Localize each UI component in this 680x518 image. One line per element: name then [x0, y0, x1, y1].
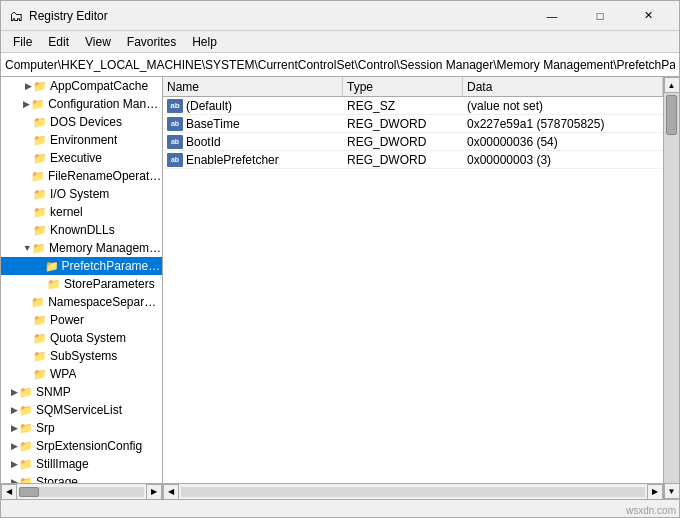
right-hscroll-track[interactable] — [181, 487, 645, 497]
folder-icon: 📁 — [33, 116, 47, 129]
cell-type: REG_DWORD — [343, 117, 463, 131]
tree-item[interactable]: ▶📁Power — [1, 311, 162, 329]
table-body: ab (Default) REG_SZ (value not set) ab B… — [163, 97, 663, 169]
tree-item-label: Power — [50, 313, 84, 327]
reg-icon-dword: ab — [167, 135, 183, 149]
table-row[interactable]: ab (Default) REG_SZ (value not set) — [163, 97, 663, 115]
tree-item[interactable]: ▶📁Quota System — [1, 329, 162, 347]
tree-item[interactable]: ▶📁WPA — [1, 365, 162, 383]
tree-item[interactable]: ▶📁Configuration Manager — [1, 95, 162, 113]
vscroll-down[interactable]: ▼ — [664, 483, 680, 499]
tree-item-label: FileRenameOperations — [48, 169, 162, 183]
right-hscroll[interactable]: ◀ ▶ — [163, 483, 663, 499]
menu-favorites[interactable]: Favorites — [119, 33, 184, 51]
tree-item[interactable]: ▶📁DOS Devices — [1, 113, 162, 131]
vscroll-track[interactable] — [664, 93, 679, 483]
address-bar[interactable]: Computer\HKEY_LOCAL_MACHINE\SYSTEM\Curre… — [1, 53, 679, 77]
tree-item-label: PrefetchParameters — [62, 259, 162, 273]
folder-icon: 📁 — [33, 206, 47, 219]
tree-item-label: StillImage — [36, 457, 89, 471]
minimize-button[interactable]: — — [529, 1, 575, 31]
tree-hscroll[interactable]: ◀ ▶ — [1, 483, 162, 499]
tree-item[interactable]: ▶📁NamespaceSeparation — [1, 293, 162, 311]
tree-item[interactable]: ▶📁KnownDLLs — [1, 221, 162, 239]
col-header-type[interactable]: Type — [343, 77, 463, 96]
folder-icon: 📁 — [19, 386, 33, 399]
vscroll[interactable]: ▲ ▼ — [663, 77, 679, 499]
cell-name: ab BootId — [163, 135, 343, 149]
folder-icon: 📁 — [32, 242, 46, 255]
folder-icon: 📁 — [33, 350, 47, 363]
tree-item-label: Storage — [36, 475, 78, 483]
tree-item-label: SNMP — [36, 385, 71, 399]
table-row[interactable]: ab EnablePrefetcher REG_DWORD 0x00000003… — [163, 151, 663, 169]
tree-hscroll-track[interactable] — [19, 487, 144, 497]
tree-item[interactable]: ▶📁Environment — [1, 131, 162, 149]
col-header-data[interactable]: Data — [463, 77, 663, 96]
expand-icon[interactable]: ▶ — [9, 459, 19, 469]
tree-item-label: SubSystems — [50, 349, 117, 363]
expand-icon[interactable]: ▶ — [22, 99, 31, 109]
status-bar — [1, 499, 679, 518]
tree-item[interactable]: ▶📁Storage — [1, 473, 162, 483]
menu-help[interactable]: Help — [184, 33, 225, 51]
folder-icon: 📁 — [33, 224, 47, 237]
close-button[interactable]: ✕ — [625, 1, 671, 31]
menu-file[interactable]: File — [5, 33, 40, 51]
tree-item[interactable]: ▶📁kernel — [1, 203, 162, 221]
cell-name-text: BaseTime — [186, 117, 240, 131]
tree-item[interactable]: ▶📁SQMServiceList — [1, 401, 162, 419]
maximize-button[interactable]: □ — [577, 1, 623, 31]
cell-name-text: BootId — [186, 135, 221, 149]
tree-hscroll-left[interactable]: ◀ — [1, 484, 17, 500]
tree-item-label: SrpExtensionConfig — [36, 439, 142, 453]
main-content: ▶📁AppCompatCache▶📁Configuration Manager▶… — [1, 77, 679, 499]
tree-item[interactable]: ▶📁SrpExtensionConfig — [1, 437, 162, 455]
vscroll-thumb[interactable] — [666, 95, 677, 135]
tree-item-label: I/O System — [50, 187, 109, 201]
right-panel: Name Type Data ab (Default) REG_SZ (valu… — [163, 77, 663, 499]
expand-icon[interactable]: ▶ — [9, 387, 19, 397]
folder-icon: 📁 — [33, 188, 47, 201]
tree-content: ▶📁AppCompatCache▶📁Configuration Manager▶… — [1, 77, 162, 483]
tree-hscroll-right[interactable]: ▶ — [146, 484, 162, 500]
vscroll-up[interactable]: ▲ — [664, 77, 680, 93]
expand-icon[interactable]: ▶ — [9, 423, 19, 433]
title-text: Registry Editor — [29, 9, 108, 23]
tree-item-label: SQMServiceList — [36, 403, 122, 417]
tree-item[interactable]: ▶📁AppCompatCache — [1, 77, 162, 95]
expand-icon[interactable]: ▶ — [23, 81, 33, 91]
folder-icon: 📁 — [33, 80, 47, 93]
col-header-name[interactable]: Name — [163, 77, 343, 96]
cell-data: 0x227e59a1 (578705825) — [463, 117, 663, 131]
tree-item[interactable]: ▶📁PrefetchParameters — [1, 257, 162, 275]
expand-icon[interactable]: ▼ — [22, 243, 32, 253]
table-row[interactable]: ab BaseTime REG_DWORD 0x227e59a1 (578705… — [163, 115, 663, 133]
app-icon: 🗂 — [9, 8, 23, 24]
cell-name: ab (Default) — [163, 99, 343, 113]
tree-item[interactable]: ▼📁Memory Management — [1, 239, 162, 257]
right-hscroll-left[interactable]: ◀ — [163, 484, 179, 500]
tree-hscroll-thumb[interactable] — [19, 487, 39, 497]
tree-item[interactable]: ▶📁StoreParameters — [1, 275, 162, 293]
right-hscroll-right[interactable]: ▶ — [647, 484, 663, 500]
expand-icon[interactable]: ▶ — [9, 441, 19, 451]
tree-item[interactable]: ▶📁StillImage — [1, 455, 162, 473]
tree-item[interactable]: ▶📁Srp — [1, 419, 162, 437]
menu-view[interactable]: View — [77, 33, 119, 51]
expand-icon[interactable]: ▶ — [9, 405, 19, 415]
tree-item[interactable]: ▶📁SNMP — [1, 383, 162, 401]
cell-type: REG_SZ — [343, 99, 463, 113]
cell-name: ab EnablePrefetcher — [163, 153, 343, 167]
tree-item[interactable]: ▶📁SubSystems — [1, 347, 162, 365]
cell-data: (value not set) — [463, 99, 663, 113]
tree-item[interactable]: ▶📁FileRenameOperations — [1, 167, 162, 185]
tree-item[interactable]: ▶📁Executive — [1, 149, 162, 167]
tree-item-label: StoreParameters — [64, 277, 155, 291]
tree-item-label: WPA — [50, 367, 76, 381]
menu-bar: File Edit View Favorites Help — [1, 31, 679, 53]
tree-item[interactable]: ▶📁I/O System — [1, 185, 162, 203]
menu-edit[interactable]: Edit — [40, 33, 77, 51]
address-text: Computer\HKEY_LOCAL_MACHINE\SYSTEM\Curre… — [5, 58, 675, 72]
table-row[interactable]: ab BootId REG_DWORD 0x00000036 (54) — [163, 133, 663, 151]
